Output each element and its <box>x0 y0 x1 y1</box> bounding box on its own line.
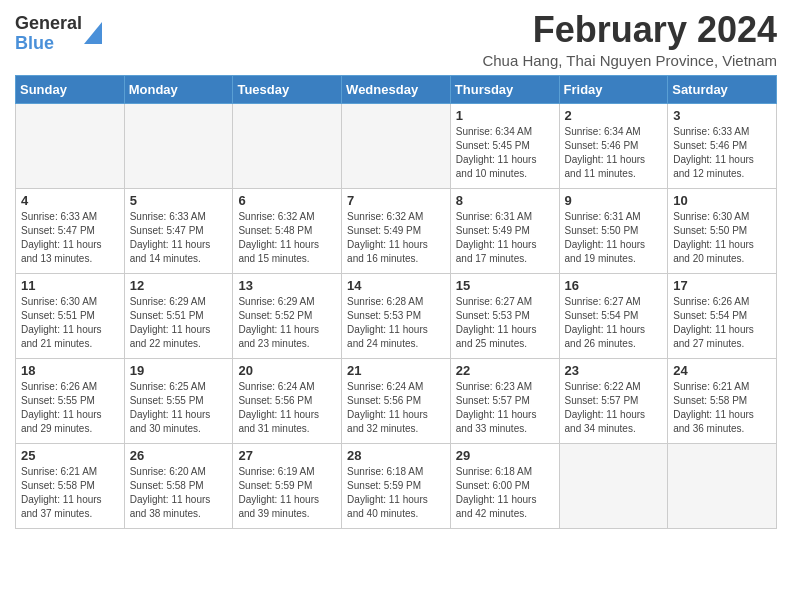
calendar-cell <box>233 103 342 188</box>
header-row: SundayMondayTuesdayWednesdayThursdayFrid… <box>16 75 777 103</box>
week-row-4: 25Sunrise: 6:21 AM Sunset: 5:58 PM Dayli… <box>16 443 777 528</box>
location-title: Chua Hang, Thai Nguyen Province, Vietnam <box>482 52 777 69</box>
day-number: 15 <box>456 278 554 293</box>
day-info: Sunrise: 6:23 AM Sunset: 5:57 PM Dayligh… <box>456 380 554 436</box>
week-row-0: 1Sunrise: 6:34 AM Sunset: 5:45 PM Daylig… <box>16 103 777 188</box>
day-number: 27 <box>238 448 336 463</box>
day-number: 14 <box>347 278 445 293</box>
day-number: 18 <box>21 363 119 378</box>
day-number: 29 <box>456 448 554 463</box>
day-number: 6 <box>238 193 336 208</box>
logo: General Blue <box>15 10 102 54</box>
calendar-cell: 22Sunrise: 6:23 AM Sunset: 5:57 PM Dayli… <box>450 358 559 443</box>
day-info: Sunrise: 6:31 AM Sunset: 5:49 PM Dayligh… <box>456 210 554 266</box>
day-number: 22 <box>456 363 554 378</box>
logo-general: General <box>15 14 82 34</box>
calendar-table: SundayMondayTuesdayWednesdayThursdayFrid… <box>15 75 777 529</box>
week-row-1: 4Sunrise: 6:33 AM Sunset: 5:47 PM Daylig… <box>16 188 777 273</box>
day-info: Sunrise: 6:21 AM Sunset: 5:58 PM Dayligh… <box>673 380 771 436</box>
day-info: Sunrise: 6:24 AM Sunset: 5:56 PM Dayligh… <box>347 380 445 436</box>
day-info: Sunrise: 6:24 AM Sunset: 5:56 PM Dayligh… <box>238 380 336 436</box>
day-number: 9 <box>565 193 663 208</box>
calendar-cell: 4Sunrise: 6:33 AM Sunset: 5:47 PM Daylig… <box>16 188 125 273</box>
day-number: 17 <box>673 278 771 293</box>
day-number: 26 <box>130 448 228 463</box>
calendar-cell: 16Sunrise: 6:27 AM Sunset: 5:54 PM Dayli… <box>559 273 668 358</box>
calendar-cell: 19Sunrise: 6:25 AM Sunset: 5:55 PM Dayli… <box>124 358 233 443</box>
col-header-wednesday: Wednesday <box>342 75 451 103</box>
day-number: 28 <box>347 448 445 463</box>
calendar-cell <box>16 103 125 188</box>
day-info: Sunrise: 6:27 AM Sunset: 5:53 PM Dayligh… <box>456 295 554 351</box>
day-number: 25 <box>21 448 119 463</box>
week-row-2: 11Sunrise: 6:30 AM Sunset: 5:51 PM Dayli… <box>16 273 777 358</box>
day-number: 12 <box>130 278 228 293</box>
calendar-cell: 11Sunrise: 6:30 AM Sunset: 5:51 PM Dayli… <box>16 273 125 358</box>
day-number: 7 <box>347 193 445 208</box>
calendar-cell: 10Sunrise: 6:30 AM Sunset: 5:50 PM Dayli… <box>668 188 777 273</box>
calendar-cell: 15Sunrise: 6:27 AM Sunset: 5:53 PM Dayli… <box>450 273 559 358</box>
calendar-cell: 9Sunrise: 6:31 AM Sunset: 5:50 PM Daylig… <box>559 188 668 273</box>
day-info: Sunrise: 6:33 AM Sunset: 5:47 PM Dayligh… <box>130 210 228 266</box>
col-header-saturday: Saturday <box>668 75 777 103</box>
day-info: Sunrise: 6:18 AM Sunset: 6:00 PM Dayligh… <box>456 465 554 521</box>
day-number: 1 <box>456 108 554 123</box>
day-info: Sunrise: 6:30 AM Sunset: 5:51 PM Dayligh… <box>21 295 119 351</box>
day-number: 11 <box>21 278 119 293</box>
day-info: Sunrise: 6:25 AM Sunset: 5:55 PM Dayligh… <box>130 380 228 436</box>
calendar-cell: 25Sunrise: 6:21 AM Sunset: 5:58 PM Dayli… <box>16 443 125 528</box>
calendar-cell: 27Sunrise: 6:19 AM Sunset: 5:59 PM Dayli… <box>233 443 342 528</box>
day-info: Sunrise: 6:22 AM Sunset: 5:57 PM Dayligh… <box>565 380 663 436</box>
calendar-cell <box>342 103 451 188</box>
calendar-cell: 29Sunrise: 6:18 AM Sunset: 6:00 PM Dayli… <box>450 443 559 528</box>
day-number: 20 <box>238 363 336 378</box>
day-info: Sunrise: 6:26 AM Sunset: 5:55 PM Dayligh… <box>21 380 119 436</box>
day-info: Sunrise: 6:30 AM Sunset: 5:50 PM Dayligh… <box>673 210 771 266</box>
calendar-cell <box>559 443 668 528</box>
day-info: Sunrise: 6:20 AM Sunset: 5:58 PM Dayligh… <box>130 465 228 521</box>
calendar-cell: 17Sunrise: 6:26 AM Sunset: 5:54 PM Dayli… <box>668 273 777 358</box>
col-header-monday: Monday <box>124 75 233 103</box>
calendar-cell: 14Sunrise: 6:28 AM Sunset: 5:53 PM Dayli… <box>342 273 451 358</box>
logo-icon <box>84 22 102 44</box>
day-info: Sunrise: 6:29 AM Sunset: 5:52 PM Dayligh… <box>238 295 336 351</box>
col-header-tuesday: Tuesday <box>233 75 342 103</box>
calendar-cell: 28Sunrise: 6:18 AM Sunset: 5:59 PM Dayli… <box>342 443 451 528</box>
calendar-cell: 20Sunrise: 6:24 AM Sunset: 5:56 PM Dayli… <box>233 358 342 443</box>
calendar-cell: 6Sunrise: 6:32 AM Sunset: 5:48 PM Daylig… <box>233 188 342 273</box>
col-header-friday: Friday <box>559 75 668 103</box>
calendar-cell: 24Sunrise: 6:21 AM Sunset: 5:58 PM Dayli… <box>668 358 777 443</box>
calendar-cell: 12Sunrise: 6:29 AM Sunset: 5:51 PM Dayli… <box>124 273 233 358</box>
svg-marker-0 <box>84 22 102 44</box>
month-title: February 2024 <box>482 10 777 50</box>
calendar-cell: 2Sunrise: 6:34 AM Sunset: 5:46 PM Daylig… <box>559 103 668 188</box>
day-info: Sunrise: 6:32 AM Sunset: 5:49 PM Dayligh… <box>347 210 445 266</box>
day-info: Sunrise: 6:34 AM Sunset: 5:46 PM Dayligh… <box>565 125 663 181</box>
day-info: Sunrise: 6:33 AM Sunset: 5:46 PM Dayligh… <box>673 125 771 181</box>
day-info: Sunrise: 6:33 AM Sunset: 5:47 PM Dayligh… <box>21 210 119 266</box>
calendar-cell <box>124 103 233 188</box>
calendar-cell: 21Sunrise: 6:24 AM Sunset: 5:56 PM Dayli… <box>342 358 451 443</box>
day-number: 24 <box>673 363 771 378</box>
day-info: Sunrise: 6:26 AM Sunset: 5:54 PM Dayligh… <box>673 295 771 351</box>
logo-blue: Blue <box>15 34 82 54</box>
day-info: Sunrise: 6:32 AM Sunset: 5:48 PM Dayligh… <box>238 210 336 266</box>
day-info: Sunrise: 6:27 AM Sunset: 5:54 PM Dayligh… <box>565 295 663 351</box>
calendar-cell: 7Sunrise: 6:32 AM Sunset: 5:49 PM Daylig… <box>342 188 451 273</box>
day-number: 8 <box>456 193 554 208</box>
day-number: 10 <box>673 193 771 208</box>
day-info: Sunrise: 6:28 AM Sunset: 5:53 PM Dayligh… <box>347 295 445 351</box>
calendar-cell: 5Sunrise: 6:33 AM Sunset: 5:47 PM Daylig… <box>124 188 233 273</box>
calendar-cell: 3Sunrise: 6:33 AM Sunset: 5:46 PM Daylig… <box>668 103 777 188</box>
calendar-cell: 1Sunrise: 6:34 AM Sunset: 5:45 PM Daylig… <box>450 103 559 188</box>
day-number: 13 <box>238 278 336 293</box>
day-number: 16 <box>565 278 663 293</box>
day-info: Sunrise: 6:21 AM Sunset: 5:58 PM Dayligh… <box>21 465 119 521</box>
day-number: 19 <box>130 363 228 378</box>
week-row-3: 18Sunrise: 6:26 AM Sunset: 5:55 PM Dayli… <box>16 358 777 443</box>
day-number: 4 <box>21 193 119 208</box>
day-info: Sunrise: 6:34 AM Sunset: 5:45 PM Dayligh… <box>456 125 554 181</box>
day-info: Sunrise: 6:19 AM Sunset: 5:59 PM Dayligh… <box>238 465 336 521</box>
calendar-cell: 8Sunrise: 6:31 AM Sunset: 5:49 PM Daylig… <box>450 188 559 273</box>
day-info: Sunrise: 6:29 AM Sunset: 5:51 PM Dayligh… <box>130 295 228 351</box>
